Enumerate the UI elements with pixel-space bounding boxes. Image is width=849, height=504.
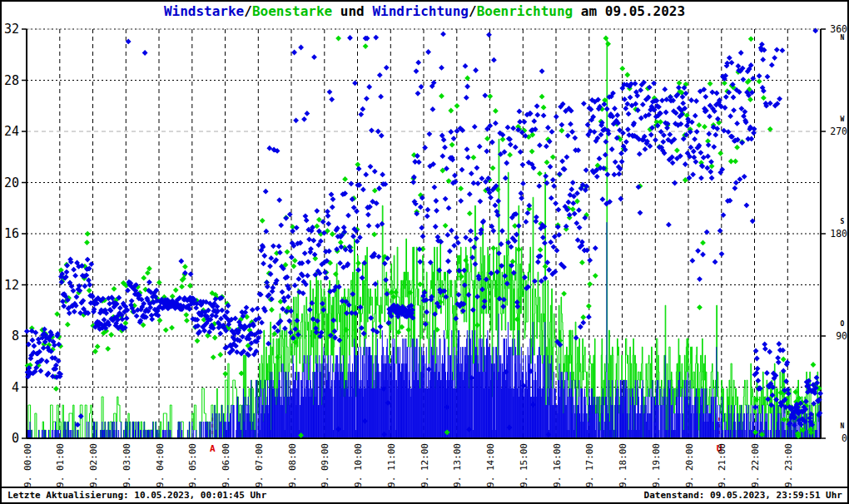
x-tick-label: 09. 09:00	[320, 443, 330, 491]
x-tick-label: 09. 12:00	[420, 443, 430, 491]
y-right-tick-label: 90	[836, 330, 847, 342]
y-right-tick-label: 360	[830, 23, 847, 35]
sunrise-marker-label: A	[210, 443, 216, 454]
y-right-tick-label: 0	[842, 432, 847, 444]
x-tick-label: 09. 20:00	[684, 443, 695, 491]
x-tick-label: 09. 06:00	[221, 443, 231, 491]
x-tick-label: 09. 10:00	[353, 443, 364, 491]
y-left-tick-label: 20	[4, 175, 19, 190]
y-right-tick-label: 270	[830, 126, 847, 137]
x-tick-label: 09. 13:00	[452, 443, 463, 491]
x-tick-label: 09. 19:00	[651, 443, 662, 491]
x-tick-label: 09. 11:00	[386, 443, 397, 491]
x-tick-label: 09. 21:00	[717, 443, 727, 491]
y-right-labels: 360N270W180S90O0N	[830, 23, 847, 444]
y-left-tick-label: 28	[4, 73, 19, 88]
y-left-tick-label: 8	[12, 329, 19, 343]
x-tick-label: 09. 18:00	[618, 443, 628, 491]
status-bar: Letzte Aktualisierung: 10.05.2023, 00:01…	[2, 487, 847, 502]
x-tick-label: 09. 15:00	[519, 443, 529, 491]
y-left-tick-label: 24	[4, 124, 19, 139]
y-left-tick-label: 0	[12, 431, 19, 446]
y-left-tick-label: 16	[4, 226, 19, 241]
y-left-tick-label: 4	[12, 380, 19, 395]
compass-letter: O	[841, 320, 845, 328]
x-tick-label: 09. 22:00	[750, 443, 761, 491]
x-tick-label: 09. 14:00	[485, 443, 496, 491]
compass-letter: N	[841, 34, 845, 42]
x-tick-label: 09. 03:00	[122, 443, 132, 491]
weather-chart-window: Windstarke/Boenstarke und Windrichtung/B…	[0, 0, 849, 504]
x-tick-label: 09. 07:00	[254, 443, 265, 491]
x-tick-label: 09. 16:00	[552, 443, 563, 491]
x-tick-label: 09. 00:00	[22, 443, 33, 491]
y-left-tick-label: 32	[4, 22, 19, 37]
x-tick-label: 09. 17:00	[584, 443, 595, 491]
compass-letter: W	[841, 116, 845, 123]
last-update-text: Letzte Aktualisierung: 10.05.2023, 00:01…	[7, 489, 266, 502]
x-tick-label: 09. 08:00	[287, 443, 298, 491]
x-tick-label: 09. 01:00	[55, 443, 66, 491]
x-tick-label: 09. 23:00	[783, 443, 794, 491]
data-state-text: Datenstand: 09.05.2023, 23:59:51 Uhr	[644, 489, 842, 502]
x-tick-label: 09. 04:00	[155, 443, 166, 491]
x-labels: 09. 00:0009. 01:0009. 02:0009. 03:0009. …	[22, 443, 794, 491]
x-tick-label: 09. 02:00	[88, 443, 99, 491]
y-left-tick-label: 12	[4, 278, 19, 293]
wind-chart-plot: AU048121620242832360N270W180S90O0N09. 00…	[2, 2, 849, 491]
compass-letter: N	[841, 422, 845, 430]
y-right-tick-label: 180	[830, 228, 847, 240]
y-left-labels: 048121620242832	[4, 22, 19, 446]
compass-letter: S	[841, 218, 845, 225]
x-tick-label: 09. 05:00	[187, 443, 198, 491]
